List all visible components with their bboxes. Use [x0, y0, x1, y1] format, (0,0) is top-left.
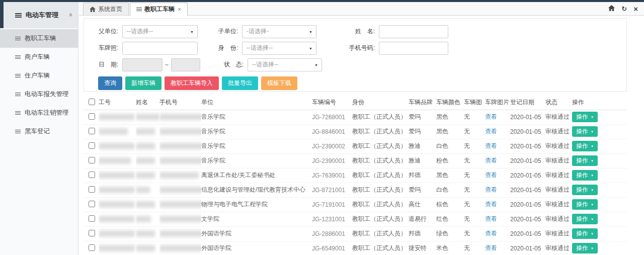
- action-button[interactable]: 模板下载: [261, 76, 297, 90]
- action-button[interactable]: 新增车辆: [125, 76, 162, 90]
- column-header: 手机号: [159, 96, 201, 110]
- cell-status: 审核通过: [545, 197, 572, 212]
- status-select[interactable]: --请选择-- ▼: [248, 58, 322, 71]
- cell-plate-img: 查看: [485, 241, 510, 255]
- row-checkbox[interactable]: [89, 230, 95, 236]
- row-select-cell: [84, 183, 99, 197]
- select-all-checkbox[interactable]: [89, 99, 95, 105]
- cell-brand: 高仕: [409, 197, 436, 212]
- view-plate-link[interactable]: 查看: [485, 244, 497, 251]
- tab-close-icon[interactable]: ×: [178, 6, 181, 13]
- cell-staff-id-redacted: [99, 226, 136, 241]
- action-button[interactable]: 批量导出: [222, 76, 258, 90]
- view-plate-link[interactable]: 查看: [485, 201, 497, 208]
- cell-unit: 信息化建设与管理处/现代教育技术中心: [201, 183, 312, 197]
- row-action-button[interactable]: 操作 ▼: [572, 112, 598, 122]
- cell-phone-redacted: [159, 139, 201, 153]
- action-button[interactable]: 查询: [98, 76, 122, 90]
- row-action-button[interactable]: 操作 ▼: [572, 199, 598, 210]
- home-icon[interactable]: [608, 5, 615, 13]
- row-action-button[interactable]: 操作 ▼: [572, 170, 598, 181]
- cell-color: 米色: [436, 241, 464, 255]
- cell-reg-date: 2020-01-05: [510, 183, 545, 197]
- sidebar-item[interactable]: 商户车辆: [0, 48, 78, 66]
- redacted-blur: [136, 172, 155, 179]
- cell-status: 审核通过: [545, 139, 572, 153]
- cell-unit: 外国语学院: [201, 226, 312, 241]
- cell-action: 操作 ▼: [572, 226, 627, 241]
- row-checkbox[interactable]: [89, 142, 95, 149]
- sidebar-item[interactable]: 教职工车辆: [0, 29, 78, 48]
- cell-vehicle-img: 无: [464, 110, 485, 124]
- cell-reg-date: 2020-01-05: [510, 197, 545, 212]
- column-header: 车辆图: [464, 96, 485, 110]
- view-plate-link[interactable]: 查看: [485, 230, 497, 237]
- date-to-input[interactable]: [171, 58, 200, 71]
- view-plate-link[interactable]: 查看: [485, 142, 497, 149]
- identity-select[interactable]: --请选择-- ▼: [242, 42, 316, 55]
- name-input[interactable]: [379, 25, 448, 38]
- cell-reg-date: 2020-01-05: [510, 124, 545, 139]
- view-plate-link[interactable]: 查看: [485, 215, 497, 222]
- identity-label: 身 份:: [217, 44, 238, 52]
- column-header: 车辆颜色: [436, 96, 464, 110]
- cell-vehicle-img: 无: [464, 197, 485, 212]
- row-action-button[interactable]: 操作 ▼: [572, 126, 598, 137]
- cell-status: 审核通过: [545, 226, 572, 241]
- row-checkbox[interactable]: [89, 128, 95, 134]
- row-checkbox[interactable]: [89, 172, 95, 178]
- row-checkbox[interactable]: [89, 186, 95, 193]
- form-row-3: 日 期: ~ 状 态: --请选择-- ▼: [84, 56, 626, 73]
- plate-input[interactable]: [122, 42, 198, 55]
- row-action-button[interactable]: 操作 ▼: [572, 214, 598, 224]
- row-checkbox[interactable]: [89, 157, 95, 163]
- menu-icon: [15, 13, 22, 18]
- view-plate-link[interactable]: 查看: [485, 128, 497, 135]
- parent-unit-select[interactable]: --请选择-- ▼: [122, 25, 198, 38]
- row-checkbox[interactable]: [89, 113, 95, 120]
- sidebar-item[interactable]: 黑车登记: [0, 122, 78, 141]
- view-plate-link[interactable]: 查看: [485, 172, 497, 179]
- action-button[interactable]: 教职工车辆导入: [165, 76, 219, 90]
- cell-status: 审核通过: [545, 241, 572, 255]
- cell-unit: 音乐学院: [201, 139, 312, 153]
- row-action-button[interactable]: 操作 ▼: [572, 141, 598, 151]
- cell-plate-img: 查看: [485, 110, 510, 124]
- row-checkbox[interactable]: [89, 244, 95, 251]
- child-unit-select[interactable]: -请选择- ▼: [242, 25, 316, 38]
- tab-system-home[interactable]: 系统首页: [83, 3, 129, 15]
- cell-staff-id-redacted: [99, 197, 136, 212]
- tab-staff-vehicles[interactable]: 教职工车辆 ×: [130, 3, 188, 16]
- row-action-button[interactable]: 操作 ▼: [572, 185, 598, 195]
- cell-name-redacted: [136, 241, 159, 255]
- cell-vehicle-no: JG-8846001: [312, 124, 352, 139]
- cell-plate-img: 查看: [485, 183, 510, 197]
- sidebar-item[interactable]: 住户车辆: [0, 66, 78, 85]
- cell-phone-redacted: [159, 212, 201, 226]
- row-action-button[interactable]: 操作 ▼: [572, 243, 598, 253]
- sidebar-collapse-icon[interactable]: «: [67, 13, 75, 17]
- close-icon[interactable]: ×: [633, 5, 638, 13]
- chevron-down-icon: ▼: [591, 116, 594, 119]
- cell-identity: 教职工（正式人员）: [352, 212, 409, 226]
- date-from-input[interactable]: [122, 58, 163, 71]
- row-select-cell: [84, 153, 99, 168]
- row-checkbox[interactable]: [89, 215, 95, 222]
- sidebar-header[interactable]: 电动车管理 «: [0, 2, 78, 28]
- view-plate-link[interactable]: 查看: [485, 157, 497, 164]
- view-plate-link[interactable]: 查看: [485, 186, 497, 193]
- phone-input[interactable]: [379, 42, 448, 55]
- sidebar-item[interactable]: 电动车注销管理: [0, 104, 78, 122]
- redacted-blur: [159, 230, 201, 237]
- refresh-icon[interactable]: ↻: [621, 5, 627, 13]
- row-action-button[interactable]: 操作 ▼: [572, 228, 598, 239]
- search-panel: 父单位: --请选择-- ▼ 子单位: -请选择- ▼ 姓 名: 车牌照: 身 …: [84, 18, 627, 92]
- column-header: 状态: [545, 96, 572, 110]
- redacted-blur: [159, 216, 201, 222]
- table-row: 音乐学院 JG-2390001 教职工（正式人员） 雅迪 粉色 无 查看 202…: [84, 153, 627, 168]
- table-row: 外国语学院 JG-2886001 教职工（正式人员） 邦德 绿色 无 查看 20…: [84, 226, 627, 241]
- row-action-button[interactable]: 操作 ▼: [572, 155, 598, 166]
- row-checkbox[interactable]: [89, 201, 95, 207]
- view-plate-link[interactable]: 查看: [485, 113, 497, 120]
- sidebar-item[interactable]: 电动车报失管理: [0, 85, 78, 104]
